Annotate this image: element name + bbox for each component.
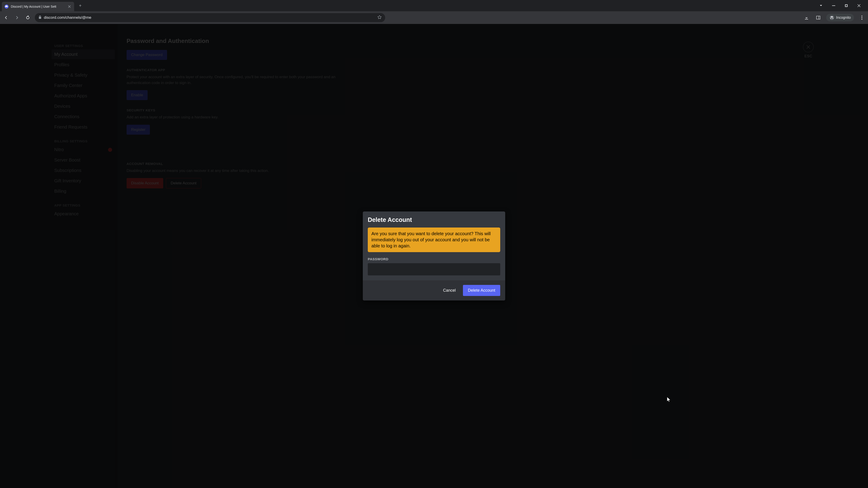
svg-point-6: [862, 15, 862, 17]
reload-button[interactable]: [24, 14, 32, 22]
incognito-icon: [829, 15, 834, 20]
incognito-label: Incognito: [836, 15, 851, 20]
url-text: discord.com/channels/@me: [44, 15, 375, 20]
browser-chrome: Discord | My Account | User Sett + disco…: [0, 0, 868, 24]
tab-close-icon[interactable]: [67, 4, 71, 8]
window-close-icon[interactable]: [856, 2, 862, 9]
confirm-delete-button[interactable]: Delete Account: [463, 285, 500, 296]
svg-point-7: [862, 17, 862, 18]
address-bar: discord.com/channels/@me Incognito: [0, 11, 868, 24]
maximize-icon[interactable]: [843, 2, 849, 9]
discord-app: USER SETTINGS My Account Profiles Privac…: [0, 24, 868, 488]
cancel-button[interactable]: Cancel: [441, 285, 458, 296]
password-label: PASSWORD: [368, 257, 500, 261]
svg-point-5: [830, 15, 834, 20]
delete-account-modal: Delete Account Are you sure that you wan…: [363, 212, 505, 300]
back-button[interactable]: [2, 14, 10, 22]
lock-icon: [38, 15, 41, 20]
minimize-icon[interactable]: [831, 2, 837, 9]
forward-button[interactable]: [13, 14, 21, 22]
addr-bar-right: Incognito: [803, 14, 866, 22]
modal-backdrop[interactable]: Delete Account Are you sure that you wan…: [0, 24, 868, 488]
modal-warning: Are you sure that you want to delete you…: [368, 228, 500, 252]
password-input[interactable]: [368, 263, 500, 275]
incognito-badge[interactable]: Incognito: [826, 14, 854, 22]
svg-point-8: [862, 19, 862, 20]
downloads-icon[interactable]: [803, 14, 810, 22]
svg-rect-0: [832, 5, 835, 6]
modal-footer: Cancel Delete Account: [363, 281, 505, 300]
tab-title: Discord | My Account | User Sett: [11, 5, 65, 8]
discord-favicon: [4, 4, 8, 8]
svg-rect-3: [816, 16, 820, 19]
new-tab-button[interactable]: +: [77, 2, 84, 9]
browser-tab[interactable]: Discord | My Account | User Sett: [2, 2, 74, 11]
side-panel-icon[interactable]: [814, 14, 822, 22]
url-box[interactable]: discord.com/channels/@me: [35, 13, 385, 22]
window-controls: [818, 2, 866, 9]
bookmark-star-icon[interactable]: [377, 15, 381, 20]
tab-bar: Discord | My Account | User Sett +: [0, 0, 868, 11]
browser-menu-icon[interactable]: [858, 14, 866, 22]
tab-search-icon[interactable]: [818, 2, 824, 9]
modal-title: Delete Account: [368, 217, 500, 223]
